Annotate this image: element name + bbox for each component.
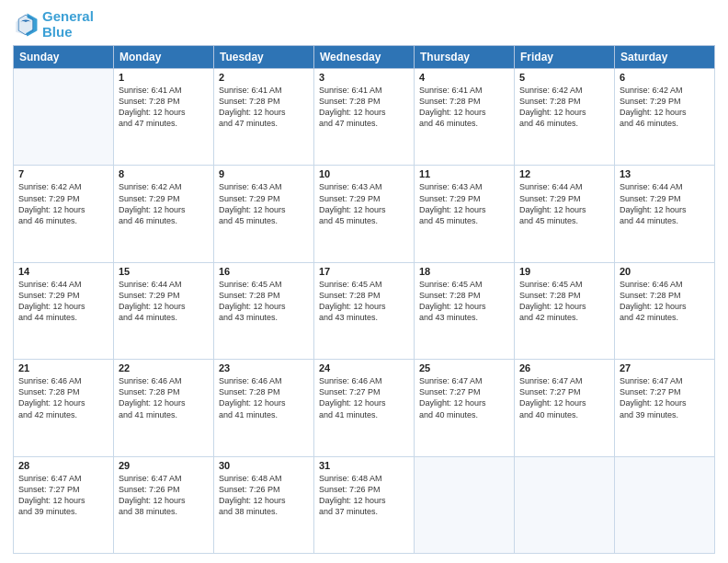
day-info: Sunrise: 6:45 AM Sunset: 7:28 PM Dayligh…	[519, 279, 609, 324]
day-header-wednesday: Wednesday	[314, 46, 415, 69]
calendar-cell: 31Sunrise: 6:48 AM Sunset: 7:26 PM Dayli…	[314, 456, 415, 553]
day-info: Sunrise: 6:46 AM Sunset: 7:28 PM Dayligh…	[620, 279, 710, 324]
day-info: Sunrise: 6:48 AM Sunset: 7:26 PM Dayligh…	[219, 473, 309, 518]
day-header-saturday: Saturday	[615, 46, 715, 69]
calendar-cell: 5Sunrise: 6:42 AM Sunset: 7:28 PM Daylig…	[515, 69, 615, 166]
day-header-monday: Monday	[114, 46, 214, 69]
calendar-cell: 21Sunrise: 6:46 AM Sunset: 7:28 PM Dayli…	[14, 360, 114, 456]
day-number: 24	[319, 362, 409, 373]
day-number: 10	[319, 168, 409, 179]
day-info: Sunrise: 6:41 AM Sunset: 7:28 PM Dayligh…	[419, 85, 509, 130]
calendar-cell: 22Sunrise: 6:46 AM Sunset: 7:28 PM Dayli…	[114, 360, 214, 456]
day-number: 1	[119, 72, 209, 83]
day-number: 23	[219, 362, 309, 373]
calendar-cell: 30Sunrise: 6:48 AM Sunset: 7:26 PM Dayli…	[214, 456, 314, 553]
day-info: Sunrise: 6:47 AM Sunset: 7:27 PM Dayligh…	[18, 473, 108, 518]
logo-icon	[13, 12, 39, 38]
day-number: 20	[620, 266, 710, 277]
calendar-cell: 17Sunrise: 6:45 AM Sunset: 7:28 PM Dayli…	[314, 262, 415, 359]
week-row-3: 21Sunrise: 6:46 AM Sunset: 7:28 PM Dayli…	[14, 360, 715, 456]
day-info: Sunrise: 6:43 AM Sunset: 7:29 PM Dayligh…	[319, 181, 409, 226]
day-info: Sunrise: 6:46 AM Sunset: 7:28 PM Dayligh…	[119, 375, 209, 420]
logo-text: General Blue	[42, 9, 94, 40]
calendar-cell: 20Sunrise: 6:46 AM Sunset: 7:28 PM Dayli…	[615, 262, 715, 359]
calendar-cell: 9Sunrise: 6:43 AM Sunset: 7:29 PM Daylig…	[214, 166, 314, 262]
calendar-cell: 24Sunrise: 6:46 AM Sunset: 7:27 PM Dayli…	[314, 360, 415, 456]
day-number: 29	[119, 460, 209, 471]
day-number: 16	[219, 266, 309, 277]
day-number: 2	[219, 72, 309, 83]
day-number: 17	[319, 266, 409, 277]
day-info: Sunrise: 6:48 AM Sunset: 7:26 PM Dayligh…	[319, 473, 409, 518]
day-number: 22	[119, 362, 209, 373]
calendar-cell: 3Sunrise: 6:41 AM Sunset: 7:28 PM Daylig…	[314, 69, 415, 166]
calendar-cell: 10Sunrise: 6:43 AM Sunset: 7:29 PM Dayli…	[314, 166, 415, 262]
week-row-2: 14Sunrise: 6:44 AM Sunset: 7:29 PM Dayli…	[14, 262, 715, 359]
calendar-cell	[515, 456, 615, 553]
day-number: 28	[18, 460, 108, 471]
week-row-0: 1Sunrise: 6:41 AM Sunset: 7:28 PM Daylig…	[14, 69, 715, 166]
calendar-cell	[14, 69, 114, 166]
calendar-cell: 13Sunrise: 6:44 AM Sunset: 7:29 PM Dayli…	[615, 166, 715, 262]
day-header-sunday: Sunday	[14, 46, 114, 69]
day-number: 18	[419, 266, 509, 277]
week-row-4: 28Sunrise: 6:47 AM Sunset: 7:27 PM Dayli…	[14, 456, 715, 553]
day-info: Sunrise: 6:41 AM Sunset: 7:28 PM Dayligh…	[219, 85, 309, 130]
day-info: Sunrise: 6:44 AM Sunset: 7:29 PM Dayligh…	[119, 279, 209, 324]
day-info: Sunrise: 6:46 AM Sunset: 7:27 PM Dayligh…	[319, 375, 409, 420]
day-number: 6	[620, 72, 710, 83]
day-info: Sunrise: 6:45 AM Sunset: 7:28 PM Dayligh…	[419, 279, 509, 324]
calendar-cell: 19Sunrise: 6:45 AM Sunset: 7:28 PM Dayli…	[515, 262, 615, 359]
day-info: Sunrise: 6:47 AM Sunset: 7:27 PM Dayligh…	[419, 375, 509, 420]
day-number: 13	[620, 168, 710, 179]
day-number: 27	[620, 362, 710, 373]
day-info: Sunrise: 6:43 AM Sunset: 7:29 PM Dayligh…	[419, 181, 509, 226]
day-info: Sunrise: 6:45 AM Sunset: 7:28 PM Dayligh…	[219, 279, 309, 324]
day-number: 8	[119, 168, 209, 179]
calendar-cell: 1Sunrise: 6:41 AM Sunset: 7:28 PM Daylig…	[114, 69, 214, 166]
calendar-cell: 26Sunrise: 6:47 AM Sunset: 7:27 PM Dayli…	[515, 360, 615, 456]
day-number: 11	[419, 168, 509, 179]
calendar-cell: 23Sunrise: 6:46 AM Sunset: 7:28 PM Dayli…	[214, 360, 314, 456]
day-info: Sunrise: 6:47 AM Sunset: 7:27 PM Dayligh…	[620, 375, 710, 420]
day-info: Sunrise: 6:44 AM Sunset: 7:29 PM Dayligh…	[18, 279, 108, 324]
calendar-cell: 14Sunrise: 6:44 AM Sunset: 7:29 PM Dayli…	[14, 262, 114, 359]
day-header-thursday: Thursday	[415, 46, 515, 69]
header: General Blue	[13, 9, 715, 40]
calendar-cell: 4Sunrise: 6:41 AM Sunset: 7:28 PM Daylig…	[415, 69, 515, 166]
day-number: 9	[219, 168, 309, 179]
day-header-tuesday: Tuesday	[214, 46, 314, 69]
day-info: Sunrise: 6:42 AM Sunset: 7:28 PM Dayligh…	[519, 85, 609, 130]
calendar-cell: 6Sunrise: 6:42 AM Sunset: 7:29 PM Daylig…	[615, 69, 715, 166]
day-number: 21	[18, 362, 108, 373]
day-info: Sunrise: 6:42 AM Sunset: 7:29 PM Dayligh…	[119, 181, 209, 226]
day-info: Sunrise: 6:46 AM Sunset: 7:28 PM Dayligh…	[18, 375, 108, 420]
day-info: Sunrise: 6:42 AM Sunset: 7:29 PM Dayligh…	[18, 181, 108, 226]
calendar-cell: 2Sunrise: 6:41 AM Sunset: 7:28 PM Daylig…	[214, 69, 314, 166]
day-number: 25	[419, 362, 509, 373]
day-number: 30	[219, 460, 309, 471]
day-number: 19	[519, 266, 609, 277]
day-number: 31	[319, 460, 409, 471]
day-number: 4	[419, 72, 509, 83]
day-info: Sunrise: 6:42 AM Sunset: 7:29 PM Dayligh…	[620, 85, 710, 130]
calendar-cell: 27Sunrise: 6:47 AM Sunset: 7:27 PM Dayli…	[615, 360, 715, 456]
day-number: 26	[519, 362, 609, 373]
calendar-cell: 25Sunrise: 6:47 AM Sunset: 7:27 PM Dayli…	[415, 360, 515, 456]
calendar-cell: 12Sunrise: 6:44 AM Sunset: 7:29 PM Dayli…	[515, 166, 615, 262]
week-row-1: 7Sunrise: 6:42 AM Sunset: 7:29 PM Daylig…	[14, 166, 715, 262]
day-number: 12	[519, 168, 609, 179]
calendar-cell: 29Sunrise: 6:47 AM Sunset: 7:26 PM Dayli…	[114, 456, 214, 553]
calendar-cell: 15Sunrise: 6:44 AM Sunset: 7:29 PM Dayli…	[114, 262, 214, 359]
calendar-cell	[615, 456, 715, 553]
day-header-friday: Friday	[515, 46, 615, 69]
calendar-cell	[415, 456, 515, 553]
day-number: 5	[519, 72, 609, 83]
day-info: Sunrise: 6:46 AM Sunset: 7:28 PM Dayligh…	[219, 375, 309, 420]
day-number: 7	[18, 168, 108, 179]
day-info: Sunrise: 6:47 AM Sunset: 7:26 PM Dayligh…	[119, 473, 209, 518]
day-number: 15	[119, 266, 209, 277]
day-info: Sunrise: 6:41 AM Sunset: 7:28 PM Dayligh…	[319, 85, 409, 130]
calendar-cell: 8Sunrise: 6:42 AM Sunset: 7:29 PM Daylig…	[114, 166, 214, 262]
calendar-cell: 16Sunrise: 6:45 AM Sunset: 7:28 PM Dayli…	[214, 262, 314, 359]
